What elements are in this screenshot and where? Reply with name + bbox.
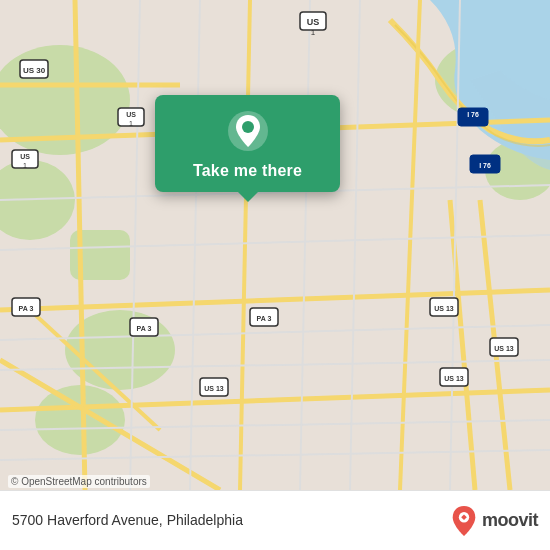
- bottom-bar: 5700 Haverford Avenue, Philadelphia moov…: [0, 490, 550, 550]
- svg-text:US 13: US 13: [444, 375, 464, 382]
- svg-text:I 76: I 76: [479, 162, 491, 169]
- location-card[interactable]: Take me there: [155, 95, 340, 192]
- map-view: US 1 US 30 US 1 US 1 I 76 I 76 PA 3 PA 3…: [0, 0, 550, 490]
- svg-text:US: US: [126, 111, 136, 118]
- copyright-text: © OpenStreetMap contributors: [8, 475, 150, 488]
- svg-text:1: 1: [23, 162, 27, 169]
- svg-text:PA 3: PA 3: [257, 315, 272, 322]
- address-label: 5700 Haverford Avenue, Philadelphia: [12, 511, 450, 529]
- location-pin-icon: [226, 109, 270, 153]
- svg-text:PA 3: PA 3: [137, 325, 152, 332]
- moovit-logo: moovit: [450, 505, 538, 537]
- map-background: US 1 US 30 US 1 US 1 I 76 I 76 PA 3 PA 3…: [0, 0, 550, 490]
- svg-text:PA 3: PA 3: [19, 305, 34, 312]
- moovit-pin-icon: [450, 505, 478, 537]
- svg-text:US 30: US 30: [23, 66, 46, 75]
- svg-text:US 13: US 13: [494, 345, 514, 352]
- svg-point-60: [242, 121, 254, 133]
- take-me-there-button[interactable]: Take me there: [193, 161, 302, 180]
- svg-text:I 76: I 76: [467, 111, 479, 118]
- svg-text:1: 1: [129, 120, 133, 127]
- moovit-text: moovit: [482, 510, 538, 531]
- svg-text:1: 1: [311, 28, 316, 37]
- svg-text:US: US: [307, 17, 320, 27]
- svg-text:US 13: US 13: [204, 385, 224, 392]
- svg-text:US 13: US 13: [434, 305, 454, 312]
- svg-text:US: US: [20, 153, 30, 160]
- svg-point-5: [35, 385, 125, 455]
